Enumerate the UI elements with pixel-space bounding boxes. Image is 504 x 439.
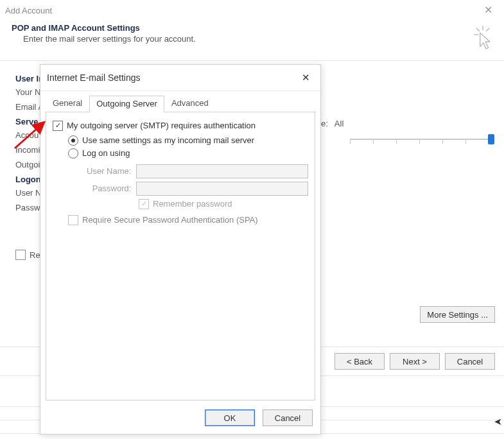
remember-password-label: Remember password [153, 199, 232, 209]
header-subheading: Enter the mail server settings for your … [23, 34, 196, 44]
checkbox-checked-icon: ✓ [139, 199, 149, 209]
remember-password-checkbox[interactable]: ✓ Remember password [139, 199, 232, 209]
checkbox-checked-icon: ✓ [53, 121, 63, 131]
next-button[interactable]: Next > [390, 353, 440, 370]
tab-advanced[interactable]: Advanced [164, 95, 216, 112]
offline-value: All [335, 119, 343, 128]
svg-line-2 [486, 28, 489, 31]
username-input[interactable] [136, 164, 308, 178]
dialog-button-row: OK Cancel [40, 400, 320, 434]
radio-log-on-using-label: Log on using [82, 148, 130, 158]
require-spa-checkbox[interactable] [15, 250, 26, 260]
tab-outgoing-server[interactable]: Outgoing Server [89, 96, 164, 112]
radio-log-on-using[interactable]: Log on using [68, 148, 130, 159]
radio-use-same[interactable]: Use same settings as my incoming mail se… [68, 135, 254, 146]
radio-use-same-label: Use same settings as my incoming mail se… [82, 135, 254, 145]
radio-unselected-icon [68, 148, 78, 159]
dialog-tabstrip: General Outgoing Server Advanced [40, 91, 320, 112]
click-cursor-icon [472, 24, 494, 51]
parent-header: POP and IMAP Account Settings Enter the … [0, 21, 504, 60]
radio-selected-icon [68, 135, 78, 146]
internet-email-settings-dialog: Internet E-mail Settings ✕ General Outgo… [40, 64, 321, 435]
tab-general[interactable]: General [46, 95, 89, 112]
parent-window-title: Add Account [5, 6, 52, 15]
checkbox-unchecked-icon [68, 215, 78, 225]
parent-close-icon[interactable]: ✕ [478, 0, 499, 21]
smtp-auth-checkbox[interactable]: ✓ My outgoing server (SMTP) requires aut… [53, 121, 256, 131]
password-label: Password: [83, 184, 136, 193]
ok-button[interactable]: OK [205, 409, 255, 426]
more-settings-button[interactable]: More Settings ... [420, 306, 495, 323]
dialog-title: Internet E-mail Settings [47, 73, 141, 83]
parent-titlebar: Add Account ✕ [0, 0, 504, 21]
label-username: User N [15, 188, 41, 198]
username-label: User Name: [83, 166, 136, 176]
cancel-button[interactable]: Cancel [445, 353, 495, 370]
slider-thumb[interactable] [488, 134, 494, 144]
require-spa-checkbox[interactable]: Require Secure Password Authentication (… [68, 215, 258, 225]
password-input[interactable] [136, 182, 308, 196]
smtp-auth-label: My outgoing server (SMTP) requires authe… [67, 121, 256, 130]
label-your-name: Your N [15, 87, 40, 97]
offline-slider[interactable] [350, 139, 491, 140]
header-heading: POP and IMAP Account Settings [12, 23, 196, 33]
tab-page-outgoing: ✓ My outgoing server (SMTP) requires aut… [46, 112, 315, 400]
label-outgoing: Outgoi [15, 160, 40, 169]
mouse-pointer-icon: ➤ [494, 416, 502, 427]
require-spa-label: Require Secure Password Authentication (… [82, 215, 258, 225]
label-incoming: Incomi [15, 145, 40, 155]
back-button[interactable]: < Back [335, 353, 385, 370]
dialog-close-icon[interactable]: ✕ [295, 72, 317, 83]
label-acct-type: Accou [15, 130, 39, 140]
dialog-cancel-button[interactable]: Cancel [263, 409, 313, 426]
dialog-titlebar: Internet E-mail Settings ✕ [40, 65, 320, 91]
svg-line-1 [476, 28, 480, 31]
